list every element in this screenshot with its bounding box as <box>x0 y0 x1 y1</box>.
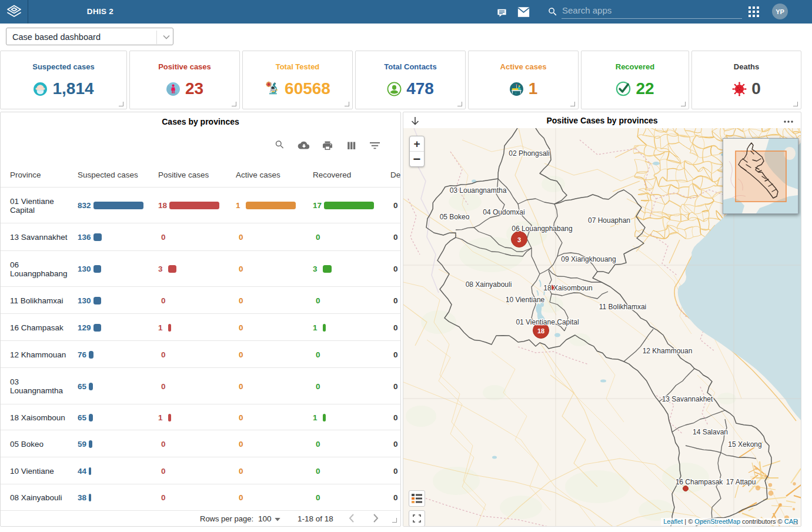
svg-text:18 Xaisomboun: 18 Xaisomboun <box>543 284 592 292</box>
svg-text:15 Xekong: 15 Xekong <box>728 440 761 449</box>
svg-text:11 Bolikhamxai: 11 Bolikhamxai <box>599 303 646 311</box>
svg-text:16 Champasak: 16 Champasak <box>676 478 724 486</box>
svg-text:06 Louangphabang: 06 Louangphabang <box>512 225 572 233</box>
svg-text:14 Salavan: 14 Salavan <box>693 428 728 436</box>
svg-text:09 Xiangkhouang: 09 Xiangkhouang <box>561 255 616 263</box>
svg-text:08 Xainyabouli: 08 Xainyabouli <box>466 280 512 289</box>
svg-text:07 Houaphan: 07 Houaphan <box>588 216 630 225</box>
svg-text:17 Attapu: 17 Attapu <box>726 478 756 486</box>
svg-text:18: 18 <box>537 327 544 334</box>
svg-text:13 Savannakhet: 13 Savannakhet <box>662 395 713 403</box>
svg-text:05 Bokeo: 05 Bokeo <box>440 213 470 221</box>
svg-text:04 Oudomxai: 04 Oudomxai <box>483 208 524 216</box>
svg-text:10 Vientiane: 10 Vientiane <box>506 296 545 304</box>
svg-text:03 Louangnamtha: 03 Louangnamtha <box>450 186 507 195</box>
svg-text:12 Khammouan: 12 Khammouan <box>643 347 693 355</box>
svg-text:02 Phongsali: 02 Phongsali <box>509 149 549 158</box>
svg-text:3: 3 <box>517 236 521 243</box>
svg-text:01 Vientiane Capital: 01 Vientiane Capital <box>516 318 579 326</box>
